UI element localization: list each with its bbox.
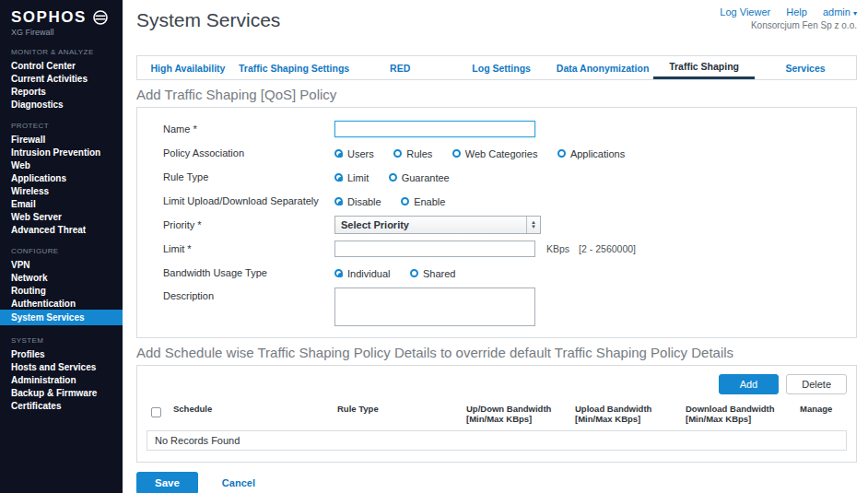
- name-label: Name *: [163, 123, 334, 135]
- radio-label: Enable: [414, 196, 445, 207]
- form-section-title: Add Traffic Shaping [QoS] Policy: [136, 87, 857, 102]
- chevron-down-icon: ▾: [853, 9, 857, 18]
- sidebar-item-vpn[interactable]: VPN: [0, 258, 123, 271]
- tab-red[interactable]: RED: [349, 56, 451, 79]
- col-header-download-bandwidth: Download Bandwidth[Min/Max KBps]: [686, 404, 800, 424]
- add-button[interactable]: Add: [719, 374, 780, 394]
- radio-label: Users: [347, 148, 374, 159]
- schedule-section-title: Add Schedule wise Traffic Shaping Policy…: [136, 345, 857, 360]
- sidebar-item-certificates[interactable]: Certificates: [0, 399, 123, 412]
- radio-icon: [401, 197, 409, 205]
- cancel-button[interactable]: Cancel: [222, 477, 255, 488]
- col-header-upload-bandwidth: Upload Bandwidth[Min/Max KBps]: [575, 404, 686, 424]
- bandwidth-usage-label: Bandwidth Usage Type: [163, 267, 334, 278]
- radio-users[interactable]: Users: [334, 148, 374, 159]
- form-row-rule-type: Rule Type Limit Guarantee: [137, 165, 856, 189]
- schedule-table-card: Add Delete Schedule Rule Type Up/Down Ba…: [136, 365, 857, 463]
- limit-input[interactable]: [334, 241, 535, 257]
- sidebar-item-email[interactable]: Email: [0, 197, 123, 210]
- sidebar-item-control-center[interactable]: Control Center: [0, 59, 123, 72]
- radio-selected-icon: [334, 149, 343, 158]
- sidebar-item-web[interactable]: Web: [0, 158, 123, 171]
- limit-separately-label: Limit Upload/Download Separately: [163, 195, 334, 206]
- admin-menu[interactable]: admin ▾: [823, 6, 857, 18]
- nav-section-system: SYSTEM Profiles Hosts and Services Admin…: [0, 336, 123, 412]
- sidebar-item-diagnostics[interactable]: Diagnostics: [0, 98, 123, 111]
- sidebar-item-backup-firmware[interactable]: Backup & Firmware: [0, 386, 123, 399]
- rule-type-group: Limit Guarantee: [334, 169, 465, 185]
- sidebar-item-reports[interactable]: Reports: [0, 85, 123, 98]
- main-content: System Services Log Viewer Help admin ▾ …: [123, 0, 868, 493]
- tab-high-availability[interactable]: High Availability: [137, 56, 239, 79]
- radio-enable[interactable]: Enable: [401, 196, 445, 207]
- sidebar-item-web-server[interactable]: Web Server: [0, 210, 123, 223]
- radio-rules[interactable]: Rules: [393, 148, 432, 159]
- priority-select[interactable]: Select Priority ▲▼: [334, 216, 541, 234]
- company-name: Konsorcjum Fen Sp z o.o.: [707, 20, 857, 30]
- sidebar-item-administration[interactable]: Administration: [0, 373, 123, 386]
- header-links: Log Viewer Help admin ▾: [707, 6, 857, 18]
- radio-icon: [389, 173, 397, 182]
- form-row-limit: Limit * KBps[2 - 2560000]: [137, 237, 856, 261]
- description-textarea[interactable]: [334, 288, 535, 326]
- rule-type-label: Rule Type: [163, 171, 334, 182]
- policy-association-label: Policy Association: [163, 147, 334, 158]
- sidebar-item-routing[interactable]: Routing: [0, 284, 123, 297]
- sidebar-item-firewall[interactable]: Firewall: [0, 133, 123, 146]
- sidebar-item-network[interactable]: Network: [0, 271, 123, 284]
- limit-separately-group: Disable Enable: [334, 193, 461, 209]
- sidebar-item-hosts-and-services[interactable]: Hosts and Services: [0, 360, 123, 373]
- col-header-schedule: Schedule: [173, 404, 337, 414]
- tab-bar: High Availability Traffic Shaping Settin…: [136, 55, 857, 80]
- radio-label: Disable: [347, 196, 381, 207]
- radio-guarantee[interactable]: Guarantee: [389, 172, 450, 183]
- sidebar-item-applications[interactable]: Applications: [0, 171, 123, 184]
- sidebar-item-system-services[interactable]: System Services: [0, 310, 123, 325]
- name-input[interactable]: [334, 121, 535, 137]
- radio-web-categories[interactable]: Web Categories: [452, 148, 538, 159]
- sidebar-item-current-activities[interactable]: Current Activities: [0, 72, 123, 85]
- sidebar-item-profiles[interactable]: Profiles: [0, 347, 123, 360]
- table-actions: Add Delete: [147, 374, 847, 394]
- qos-policy-form: Name * Policy Association Users Rules We…: [136, 107, 857, 338]
- page-title: System Services: [136, 9, 280, 31]
- tab-traffic-shaping[interactable]: Traffic Shaping: [653, 56, 755, 79]
- sidebar-item-authentication[interactable]: Authentication: [0, 297, 123, 310]
- radio-label: Rules: [406, 148, 432, 159]
- select-all-checkbox[interactable]: [151, 407, 161, 417]
- nav-section-label: PROTECT: [0, 122, 123, 133]
- radio-limit[interactable]: Limit: [334, 172, 369, 183]
- delete-button[interactable]: Delete: [786, 374, 847, 394]
- sidebar-item-wireless[interactable]: Wireless: [0, 184, 123, 197]
- form-row-bandwidth-usage: Bandwidth Usage Type Individual Shared: [137, 261, 856, 285]
- limit-range: [2 - 2560000]: [579, 243, 636, 254]
- help-link[interactable]: Help: [786, 6, 807, 18]
- radio-disable[interactable]: Disable: [334, 196, 381, 207]
- logo: SOPHOS: [0, 0, 123, 27]
- radio-individual[interactable]: Individual: [334, 268, 390, 279]
- tab-traffic-shaping-settings[interactable]: Traffic Shaping Settings: [239, 56, 349, 79]
- form-row-limit-separately: Limit Upload/Download Separately Disable…: [137, 189, 856, 213]
- sidebar-item-intrusion-prevention[interactable]: Intrusion Prevention: [0, 146, 123, 158]
- tab-data-anonymization[interactable]: Data Anonymization: [552, 56, 653, 79]
- nav-section-configure: CONFIGURE VPN Network Routing Authentica…: [0, 247, 123, 325]
- radio-applications[interactable]: Applications: [557, 148, 625, 159]
- save-button[interactable]: Save: [136, 472, 198, 493]
- nav-section-label: SYSTEM: [0, 336, 123, 347]
- limit-hint: KBps[2 - 2560000]: [546, 243, 636, 254]
- form-row-priority: Priority * Select Priority ▲▼: [137, 213, 856, 237]
- no-records-row: No Records Found: [147, 430, 847, 451]
- col-header-rule-type: Rule Type: [337, 404, 466, 414]
- tab-services[interactable]: Services: [755, 56, 856, 79]
- radio-label: Limit: [347, 172, 369, 183]
- radio-label: Individual: [347, 268, 390, 279]
- radio-shared[interactable]: Shared: [410, 268, 455, 279]
- log-viewer-link[interactable]: Log Viewer: [720, 6, 770, 18]
- tab-log-settings[interactable]: Log Settings: [451, 56, 552, 79]
- header-right: Log Viewer Help admin ▾ Konsorcjum Fen S…: [707, 6, 857, 30]
- page-header: System Services Log Viewer Help admin ▾ …: [123, 0, 868, 52]
- limit-label: Limit *: [163, 243, 334, 254]
- radio-selected-icon: [334, 269, 343, 277]
- radio-icon: [557, 149, 566, 158]
- sidebar-item-advanced-threat[interactable]: Advanced Threat: [0, 223, 123, 236]
